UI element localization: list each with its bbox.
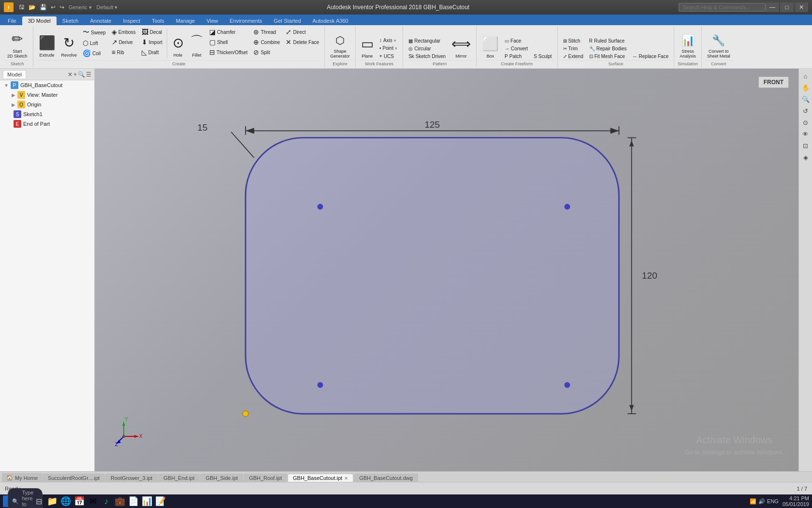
tree-item-view-master[interactable]: ▶ V View: Master [0, 90, 94, 100]
help-search[interactable] [679, 3, 766, 12]
ucs-button[interactable]: ⌖UCS [377, 52, 400, 60]
rt-rotate[interactable]: ↺ [800, 105, 811, 116]
sidebar-add-btn[interactable]: + [73, 71, 77, 78]
sidebar-search-btn[interactable]: 🔍 [78, 71, 85, 78]
doc-tab-gbh-basecutout-ipt[interactable]: GBH_BaseCutout.ipt ✕ [288, 474, 353, 482]
extend-button[interactable]: ⤢Extend [561, 53, 586, 60]
doc-tab-succulent[interactable]: SucculentRootGr....ipt [43, 474, 105, 482]
freeform-convert-button[interactable]: →Convert [502, 45, 530, 52]
loft-button[interactable]: ⬡Loft [80, 38, 108, 48]
doc-tab-gbh-side[interactable]: GBH_Side.ipt [200, 474, 243, 482]
import-button[interactable]: ⬇Import [139, 37, 165, 47]
stress-analysis-button[interactable]: 📊 StressAnalysis [677, 28, 698, 60]
task-file-explorer[interactable]: 📁 [46, 495, 58, 507]
qa-undo[interactable]: ↩ [49, 3, 57, 12]
rib-button[interactable]: ≡Rib [109, 47, 138, 57]
maximize-button[interactable]: □ [780, 2, 794, 12]
tab-sketch[interactable]: Sketch [57, 16, 85, 25]
shell-button[interactable]: ▢Shell [207, 37, 250, 47]
sketch-driven-button[interactable]: SkSketch Driven [406, 53, 448, 60]
thicken-button[interactable]: ⊟Thicken/Offset [207, 47, 250, 57]
emboss-button[interactable]: ◈Emboss [109, 27, 138, 37]
tab-file[interactable]: File [2, 16, 22, 25]
doc-tab-rootgrower[interactable]: RootGrower_3.ipt [105, 474, 158, 482]
rt-appearance[interactable]: ◈ [800, 152, 811, 163]
doc-tab-gbh-basecutout-dwg[interactable]: GBH_BaseCutout.dwg [354, 474, 418, 482]
tree-item-origin[interactable]: ▶ O Origin [0, 100, 94, 109]
sculpt-button[interactable]: SSculpt [531, 53, 554, 60]
doc-tab-gbh-roof[interactable]: GBH_Roof.ipt [244, 474, 287, 482]
tab-3d-model[interactable]: 3D Model [22, 16, 57, 25]
tab-tools[interactable]: Tools [146, 16, 170, 25]
sidebar-tab-model[interactable]: Model [3, 70, 26, 78]
tree-item-sketch1[interactable]: S Sketch1 [0, 109, 94, 119]
tab-annotate[interactable]: Annotate [84, 16, 117, 25]
revolve-button[interactable]: ↻ Revolve [59, 27, 80, 59]
ruled-surface-button[interactable]: RRuled Surface [587, 37, 629, 45]
shape-generator-button[interactable]: ⬡ ShapeGenerator [328, 28, 352, 60]
hole-button[interactable]: ⊙ Hole [169, 27, 187, 59]
tab-autodesk-a360[interactable]: Autodesk A360 [307, 16, 354, 25]
tab-view[interactable]: View [201, 16, 224, 25]
start-2d-sketch-button[interactable]: ✏ Start2D Sketch [5, 28, 30, 60]
plane-button[interactable]: ▭ Plane [359, 28, 376, 60]
trim-button[interactable]: ✂Trim [561, 45, 586, 52]
tree-item-end-of-part[interactable]: E End of Part [0, 119, 94, 129]
mirror-button[interactable]: ⟺ Mirror [449, 28, 473, 60]
close-tab-gbh-ipt[interactable]: ✕ [344, 476, 348, 481]
tree-item-gbh-base-cutout[interactable]: ▼ P GBH_BaseCutout [0, 80, 94, 90]
rt-orbit[interactable]: ⊙ [800, 117, 811, 128]
extrude-button[interactable]: ⬛ Extrude [36, 27, 58, 59]
minimize-button[interactable]: — [766, 2, 779, 12]
rt-zoom[interactable]: 🔍 [800, 94, 811, 105]
draft-button[interactable]: ◺Draft [139, 47, 165, 57]
replace-face-button[interactable]: ↔Replace Face [630, 53, 671, 60]
circular-button[interactable]: ◎Circular [406, 45, 448, 52]
sidebar-close-btn[interactable]: ✕ [68, 71, 72, 78]
fillet-button[interactable]: ⌒ Fillet [188, 27, 206, 59]
doc-tab-home[interactable]: 🏠 My Home [2, 473, 42, 482]
task-spotify[interactable]: ♪ [101, 495, 112, 507]
box-freeform-button[interactable]: ⬜ Box [479, 28, 501, 60]
task-mail[interactable]: ✉ [87, 495, 99, 507]
task-edge[interactable]: 🌐 [60, 495, 72, 507]
rt-pan[interactable]: ✋ [800, 82, 811, 93]
derive-button[interactable]: ↗Derive [109, 37, 138, 47]
decal-button[interactable]: 🖼Decal [139, 27, 165, 37]
thread-button[interactable]: ⊛Thread [251, 27, 282, 37]
task-pdf[interactable]: 📄 [128, 495, 139, 507]
task-word[interactable]: 📝 [155, 495, 166, 507]
qa-save[interactable]: 💾 [38, 3, 48, 12]
face-button[interactable]: ▭Face [502, 37, 530, 45]
rectangular-button[interactable]: ▦Rectangular [406, 37, 448, 45]
qa-open[interactable]: 📂 [27, 3, 37, 12]
rt-home[interactable]: ⌂ [800, 71, 811, 81]
split-button[interactable]: ⊘Split [251, 47, 282, 57]
tab-environments[interactable]: Environments [224, 16, 268, 25]
tab-get-started[interactable]: Get Started [268, 16, 306, 25]
convert-sheet-metal-button[interactable]: 🔧 Convert toSheet Metal [705, 28, 733, 60]
sidebar-menu-btn[interactable]: ☰ [86, 71, 91, 78]
close-button[interactable]: ✕ [795, 2, 808, 12]
task-excel[interactable]: 📊 [141, 495, 153, 507]
repair-bodies-button[interactable]: 🔧Repair Bodies [587, 45, 629, 52]
tab-manage[interactable]: Manage [170, 16, 201, 25]
task-calendar[interactable]: 📅 [73, 495, 85, 507]
tab-inspect[interactable]: Inspect [117, 16, 146, 25]
doc-tab-gbh-end[interactable]: GBH_End.ipt [158, 474, 200, 482]
sweep-button[interactable]: 〜Sweep [80, 27, 108, 38]
task-app1[interactable]: 💼 [114, 495, 126, 507]
task-search[interactable]: 🔍 Type here to search [19, 495, 31, 507]
qa-new[interactable]: 🖫 [17, 3, 26, 12]
patch-button[interactable]: PPatch [502, 53, 530, 60]
chamfer-button[interactable]: ◪Chamfer [207, 27, 250, 37]
task-view[interactable]: ⊟ [33, 495, 44, 507]
fit-mesh-face-button[interactable]: ⊡Fit Mesh Face [587, 53, 629, 60]
direct-button[interactable]: ⤢Direct [283, 27, 321, 37]
combine-button[interactable]: ⊕Combine [251, 37, 282, 47]
axis-button[interactable]: ↕Axis ▾ [377, 37, 400, 44]
qa-redo[interactable]: ↪ [58, 3, 66, 12]
delete-face-button[interactable]: ✕Delete Face [283, 37, 321, 47]
coil-button[interactable]: 🌀Coil [80, 48, 108, 58]
rt-window[interactable]: ⊡ [800, 140, 811, 151]
